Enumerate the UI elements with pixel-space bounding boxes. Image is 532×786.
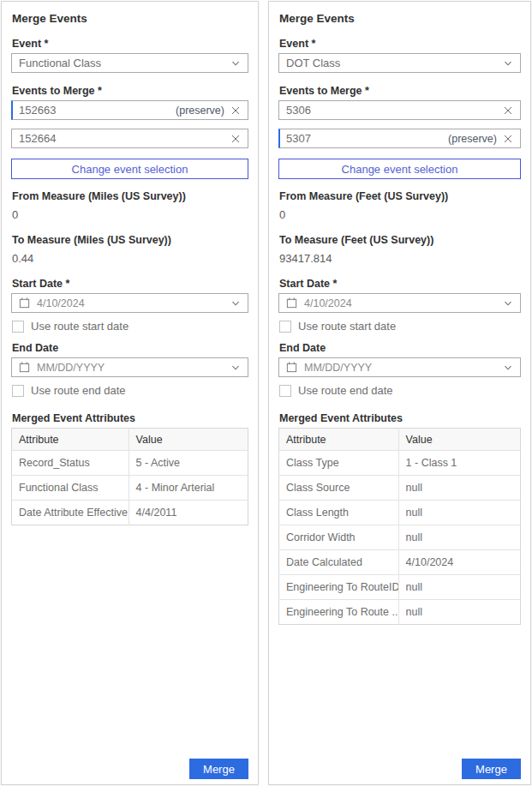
merge-events-panel-left: Merge Events Event * Functional Class Ev… (1, 1, 259, 785)
value-cell: 5 - Active (129, 451, 248, 476)
end-date-label: End Date (12, 342, 248, 355)
event-id: 5307 (286, 132, 448, 145)
use-route-end-date-row: Use route end date (12, 384, 248, 397)
panel-title: Merge Events (279, 12, 520, 25)
use-route-start-date-checkbox[interactable] (12, 321, 24, 333)
to-measure-value: 0.44 (12, 252, 248, 265)
calendar-icon (285, 361, 298, 374)
use-route-start-date-checkbox[interactable] (279, 321, 291, 333)
chevron-down-icon (503, 298, 513, 309)
to-measure-label: To Measure (Miles (US Survey)) (12, 234, 248, 247)
value-cell: 4/10/2024 (398, 550, 520, 575)
table-row: Engineering To Route ... null (279, 600, 521, 625)
event-id: 5306 (286, 104, 497, 117)
calendar-icon (18, 297, 31, 309)
attribute-cell: Class Length (279, 501, 399, 525)
close-icon[interactable] (503, 105, 513, 116)
calendar-icon (285, 297, 298, 309)
table-row: Engineering To RouteID null (279, 575, 521, 600)
event-label: Event * (279, 38, 520, 51)
value-cell: 1 - Class 1 (398, 451, 520, 476)
end-date-picker[interactable]: MM/DD/YYYY (278, 357, 521, 377)
event-to-merge-input[interactable]: 5306 (278, 100, 521, 120)
from-measure-label: From Measure (Miles (US Survey)) (12, 190, 248, 203)
chevron-down-icon (230, 58, 241, 69)
chevron-down-icon (230, 363, 241, 373)
table-row: Date Calculated 4/10/2024 (279, 550, 521, 575)
from-measure-label: From Measure (Feet (US Survey)) (279, 190, 520, 203)
event-select[interactable]: Functional Class (11, 53, 248, 73)
event-to-merge-input[interactable]: 152663 (preserve) (11, 100, 248, 120)
chevron-down-icon (503, 58, 513, 69)
use-route-end-date-checkbox[interactable] (12, 385, 24, 397)
use-route-start-date-row: Use route start date (12, 320, 248, 333)
close-icon[interactable] (230, 105, 241, 116)
event-select[interactable]: DOT Class (278, 53, 521, 73)
attribute-cell: Engineering To Route ... (279, 600, 399, 625)
events-to-merge-label: Events to Merge * (12, 85, 248, 98)
end-date-placeholder: MM/DD/YYYY (304, 362, 497, 374)
event-id: 152664 (19, 132, 224, 145)
use-route-end-date-checkbox[interactable] (279, 385, 291, 397)
start-date-label: Start Date * (12, 278, 248, 291)
event-select-value: DOT Class (286, 57, 503, 69)
merge-button[interactable]: Merge (189, 759, 248, 779)
merge-button[interactable]: Merge (462, 759, 521, 779)
end-date-picker[interactable]: MM/DD/YYYY (11, 357, 248, 377)
start-date-label: Start Date * (279, 278, 520, 291)
use-route-start-date-row: Use route start date (279, 320, 520, 333)
merged-attributes-table: Attribute Value Record_Status 5 - Active… (11, 428, 248, 525)
close-icon[interactable] (230, 134, 241, 144)
value-cell: null (398, 575, 520, 600)
start-date-picker[interactable]: 4/10/2024 (278, 293, 521, 313)
from-measure-value: 0 (12, 208, 248, 221)
to-measure-value: 93417.814 (279, 252, 520, 265)
start-date-picker[interactable]: 4/10/2024 (11, 293, 248, 313)
panel-title: Merge Events (12, 12, 248, 25)
events-to-merge-label: Events to Merge * (279, 85, 520, 98)
change-event-selection-button[interactable]: Change event selection (278, 159, 521, 179)
table-header-row: Attribute Value (279, 429, 521, 451)
value-column-header: Value (398, 429, 520, 451)
use-route-start-date-label: Use route start date (298, 320, 396, 333)
attribute-cell: Record_Status (12, 451, 129, 476)
from-measure-value: 0 (279, 208, 520, 221)
event-to-merge-input[interactable]: 152664 (11, 129, 248, 148)
start-date-value: 4/10/2024 (304, 297, 497, 309)
attribute-cell: Date Calculated (279, 550, 399, 575)
start-date-value: 4/10/2024 (37, 297, 224, 309)
value-cell: null (398, 476, 520, 501)
event-label: Event * (12, 38, 248, 51)
attribute-cell: Functional Class (12, 476, 129, 501)
attribute-column-header: Attribute (279, 429, 399, 451)
use-route-end-date-label: Use route end date (31, 384, 126, 397)
value-cell: null (398, 501, 520, 525)
value-cell: 4 - Minor Arterial (129, 476, 248, 501)
value-column-header: Value (129, 429, 248, 451)
event-id: 152663 (19, 104, 176, 117)
chevron-down-icon (503, 363, 513, 373)
value-cell: null (398, 600, 520, 625)
table-row: Date Attribute Effective 4/4/2011 (12, 501, 248, 525)
end-date-label: End Date (279, 342, 520, 355)
table-row: Class Length null (279, 501, 521, 525)
merge-events-workspace: Merge Events Event * Functional Class Ev… (0, 0, 532, 786)
use-route-end-date-row: Use route end date (279, 384, 520, 397)
attribute-cell: Corridor Width (279, 525, 399, 550)
attribute-cell: Engineering To RouteID (279, 575, 399, 600)
value-cell: null (398, 525, 520, 550)
to-measure-label: To Measure (Feet (US Survey)) (279, 234, 520, 247)
event-to-merge-input[interactable]: 5307 (preserve) (278, 129, 521, 148)
merge-events-panel-right: Merge Events Event * DOT Class Events to… (268, 1, 531, 785)
close-icon[interactable] (503, 134, 513, 144)
table-row: Class Type 1 - Class 1 (279, 451, 521, 476)
change-event-selection-button[interactable]: Change event selection (11, 159, 248, 179)
attribute-cell: Date Attribute Effective (12, 501, 129, 525)
table-row: Record_Status 5 - Active (12, 451, 248, 476)
chevron-down-icon (230, 298, 241, 309)
merged-event-attributes-title: Merged Event Attributes (279, 412, 520, 425)
footer-actions: Merge (278, 752, 521, 779)
end-date-placeholder: MM/DD/YYYY (37, 362, 224, 374)
table-row: Functional Class 4 - Minor Arterial (12, 476, 248, 501)
event-select-value: Functional Class (19, 57, 230, 69)
